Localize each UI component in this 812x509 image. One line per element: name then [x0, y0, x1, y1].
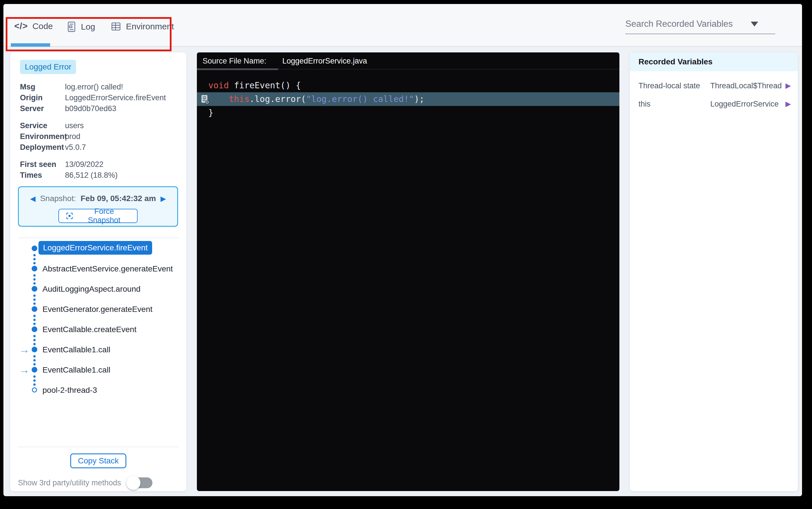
field-row: OriginLoggedErrorService.fireEvent — [20, 92, 182, 103]
divider — [18, 238, 179, 238]
code-token: .log.error( — [249, 94, 306, 104]
third-party-toggle[interactable] — [128, 477, 153, 488]
code-token: ); — [414, 94, 424, 104]
variable-row[interactable]: thisLoggedErrorService▶ — [630, 96, 798, 114]
stack-node-icon — [32, 245, 37, 251]
code-token: void — [208, 80, 229, 90]
field-group: First seen13/09/2022Times86,512 (18.8%) — [20, 159, 182, 180]
field-label: First seen — [20, 160, 65, 169]
field-group: Msglog.error() called!OriginLoggedErrorS… — [20, 81, 182, 114]
field-value: prod — [65, 132, 80, 141]
field-label: Service — [20, 121, 65, 130]
stack-item[interactable]: →EventCallable1.call — [10, 343, 186, 364]
code-line[interactable]: void fireEvent() { — [197, 79, 619, 92]
main-area: Logged Error Msglog.error() called!Origi… — [3, 47, 802, 496]
code-editor: Source File Name: LoggedErrorService.jav… — [197, 53, 619, 491]
stack-item[interactable]: LoggedErrorService.fireEvent — [10, 242, 186, 262]
field-value: b09d0b70ed63 — [65, 104, 116, 113]
tab-environment[interactable]: Environment — [110, 21, 174, 32]
search-label: Search Recorded Variables — [625, 19, 733, 29]
variable-name: this — [639, 100, 650, 108]
tab-log[interactable]: Log — [67, 21, 95, 32]
stack-item[interactable]: AbstractEventService.generateEvent — [10, 262, 186, 282]
code-area[interactable]: void fireEvent() { this.log.error("log.e… — [197, 69, 619, 120]
previous-snapshot-arrow[interactable]: ◀ — [30, 195, 35, 202]
snapshot-timestamp: Feb 09, 05:42:32 am — [81, 194, 156, 203]
field-row: Environmentprod — [20, 131, 182, 142]
window-frame: </> Code Log — [0, 0, 812, 509]
field-row: Msglog.error() called! — [20, 81, 182, 92]
code-token: this — [229, 94, 249, 104]
stack-item[interactable]: →EventCallable1.call — [10, 364, 186, 384]
stack-frame-label: pool-2-thread-3 — [42, 385, 97, 395]
force-snapshot-button[interactable]: Force Snapshot — [58, 209, 138, 223]
snapshot-label: Snapshot: — [40, 194, 76, 203]
app-content: </> Code Log — [3, 4, 802, 496]
next-snapshot-arrow[interactable]: ▶ — [160, 195, 166, 202]
stack-node-icon — [32, 266, 37, 271]
dropdown-arrow-icon[interactable] — [751, 22, 758, 27]
code-token — [208, 94, 229, 104]
field-label: Origin — [20, 94, 65, 102]
stack-frame-label: EventCallable1.call — [42, 345, 110, 354]
editor-header: Source File Name: LoggedErrorService.jav… — [197, 53, 619, 69]
variable-value: ThreadLocal$ThreadL… — [710, 81, 781, 90]
toggle-row: Show 3rd party/utility methods — [18, 477, 153, 488]
variable-value: LoggedErrorService — [710, 100, 779, 108]
stack-frame-label: EventCallable.createEvent — [42, 325, 136, 334]
tab-bar: </> Code Log — [3, 4, 802, 47]
stack-frame-label: EventCallable1.call — [42, 365, 110, 375]
code-token: } — [208, 108, 213, 117]
field-row: Serviceusers — [20, 120, 182, 131]
active-tab-underline — [11, 43, 50, 47]
stack-item[interactable]: EventGenerator.generateEvent — [10, 303, 186, 323]
snapshot-navigator: ◀ Snapshot: Feb 09, 05:42:32 am ▶ — [18, 186, 178, 227]
stack-trace-list: LoggedErrorService.fireEventAbstractEven… — [10, 242, 186, 404]
code-line[interactable]: this.log.error("log.error() called!"); — [197, 92, 619, 106]
stack-item[interactable]: pool-2-thread-3 — [10, 384, 186, 404]
field-label: Environment — [20, 132, 65, 141]
code-token: fireEvent() { — [229, 80, 301, 90]
stack-frame-label: AuditLoggingAspect.around — [42, 284, 140, 294]
expand-arrow-icon[interactable]: ▶ — [785, 81, 791, 90]
toggle-knob — [126, 476, 140, 490]
stack-item[interactable]: EventCallable.createEvent — [10, 323, 186, 343]
snapshot-nav-row: ◀ Snapshot: Feb 09, 05:42:32 am ▶ — [19, 194, 177, 203]
error-type-badge: Logged Error — [20, 60, 76, 74]
source-file-name: LoggedErrorService.java — [282, 57, 367, 66]
field-value: LoggedErrorService.fireEvent — [65, 94, 166, 102]
code-icon: </> — [14, 21, 28, 31]
code-line[interactable]: } — [197, 106, 619, 120]
tab-log-label: Log — [81, 22, 95, 32]
logpoint-icon[interactable] — [200, 94, 210, 104]
divider — [18, 447, 179, 447]
stack-node-icon — [32, 367, 37, 373]
field-label: Deployment — [20, 143, 65, 152]
field-value: log.error() called! — [65, 82, 123, 92]
stack-node-icon — [32, 347, 37, 352]
log-icon — [67, 21, 76, 32]
stack-frame-label: AbstractEventService.generateEvent — [42, 264, 173, 274]
error-details-panel: Logged Error Msglog.error() called!Origi… — [10, 53, 186, 491]
stack-node-icon — [32, 306, 37, 312]
stack-node-icon — [32, 327, 37, 332]
code-token: "log.error() called!" — [306, 94, 414, 104]
field-label: Server — [20, 104, 65, 113]
copy-stack-button[interactable]: Copy Stack — [70, 453, 126, 468]
expand-arrow-icon[interactable]: ▶ — [785, 100, 791, 108]
search-recorded-variables[interactable]: Search Recorded Variables — [625, 19, 775, 34]
stack-node-icon — [32, 286, 37, 292]
stack-item[interactable]: AuditLoggingAspect.around — [10, 282, 186, 303]
stack-frame-label: LoggedErrorService.fireEvent — [38, 241, 152, 254]
environment-icon — [110, 21, 122, 32]
field-value: 13/09/2022 — [65, 160, 103, 169]
field-value: v5.0.7 — [65, 143, 86, 152]
field-row: Times86,512 (18.8%) — [20, 170, 182, 180]
tab-code[interactable]: </> Code — [14, 21, 53, 31]
variables-list: Thread-local stateThreadLocal$ThreadL…▶t… — [630, 71, 798, 114]
field-value: users — [65, 121, 84, 130]
stack-frame-label: EventGenerator.generateEvent — [42, 304, 153, 314]
force-snapshot-label: Force Snapshot — [77, 207, 131, 225]
variable-row[interactable]: Thread-local stateThreadLocal$ThreadL…▶ — [630, 78, 798, 96]
error-fields: Msglog.error() called!OriginLoggedErrorS… — [20, 81, 182, 187]
